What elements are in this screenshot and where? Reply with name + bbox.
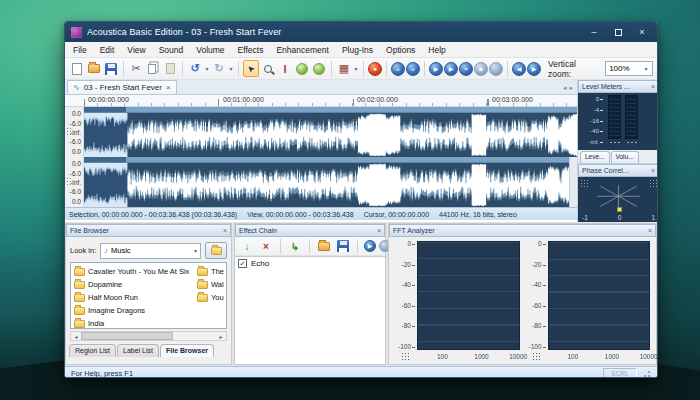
forward-button[interactable]: ▶ <box>527 62 541 76</box>
tab-file-browser[interactable]: File Browser <box>160 344 214 357</box>
effect-list[interactable]: ✓ Echo <box>235 256 385 364</box>
maximize-button[interactable] <box>607 24 629 40</box>
cut-button[interactable]: ✂ <box>128 60 144 77</box>
save-icon <box>337 240 349 252</box>
menu-file[interactable]: File <box>73 45 87 55</box>
paste-button[interactable] <box>162 60 178 77</box>
menu-edit[interactable]: Edit <box>100 45 115 55</box>
scrollbar-track[interactable] <box>81 332 216 340</box>
scroll-left-icon[interactable]: ◂ <box>71 333 81 340</box>
menu-effects[interactable]: Effects <box>238 45 264 55</box>
minimize-button[interactable]: – <box>583 24 605 40</box>
horizontal-scrollbar[interactable]: ◂ ▸ <box>70 331 227 341</box>
tab-document[interactable]: ∿ 03 - Fresh Start Fever × <box>67 80 177 94</box>
menu-view[interactable]: View <box>127 45 145 55</box>
close-button[interactable]: × <box>631 24 653 40</box>
play-selection-button[interactable]: ▶ <box>444 62 458 76</box>
open-file-button[interactable] <box>86 60 102 77</box>
magnifier-icon <box>264 65 272 73</box>
level-meters-titlebar[interactable]: Level Meters ... × <box>578 80 658 93</box>
menu-sound[interactable]: Sound <box>159 45 184 55</box>
zoom-in-button[interactable] <box>294 60 310 77</box>
record-button[interactable]: ● <box>368 62 382 76</box>
channel-left[interactable]: 0.0 -6.0 -inf. -6.0 0.0 <box>65 107 577 157</box>
menu-help[interactable]: Help <box>428 45 445 55</box>
tab-level-meters[interactable]: Leve... <box>580 151 610 163</box>
scroll-right-icon[interactable]: ▸ <box>216 333 226 340</box>
scrub-tool-button[interactable]: I <box>277 60 293 77</box>
loop-button[interactable] <box>489 62 503 76</box>
resize-grip[interactable] <box>641 368 651 378</box>
menu-plugins[interactable]: Plug-Ins <box>342 45 373 55</box>
redo-dropdown[interactable]: ▾ <box>228 65 234 72</box>
load-chain-button[interactable] <box>316 238 332 255</box>
view-dropdown[interactable]: ▾ <box>353 65 359 72</box>
phase-correlation-titlebar[interactable]: Phase Correl... × <box>578 164 658 177</box>
goto-start-button[interactable]: « <box>391 62 405 76</box>
menu-volume[interactable]: Volume <box>196 45 224 55</box>
delete-effect-button[interactable]: × <box>258 238 274 255</box>
fft-analyzer-titlebar[interactable]: FFT Analyzer × <box>389 224 656 237</box>
play-button[interactable]: ▶ <box>429 62 443 76</box>
file-browser-titlebar[interactable]: File Browser × <box>66 224 231 237</box>
tab-label-list[interactable]: Label List <box>117 344 159 357</box>
list-item[interactable]: Half Moon Run <box>74 291 194 304</box>
tab-region-list[interactable]: Region List <box>69 344 116 357</box>
redo-button[interactable]: ↻ <box>211 60 227 77</box>
phase-scale-label: 0 <box>618 214 622 221</box>
editor-scrollbar[interactable] <box>569 157 577 207</box>
db-scale-gutter: 0.0 -6.0 -inf. -6.0 0.0 <box>65 107 84 157</box>
list-item[interactable]: Imagine Dragons <box>74 304 194 317</box>
toolbar-separator <box>363 61 364 76</box>
list-item[interactable]: Cavalier Youth - You Me At Six <box>74 265 194 278</box>
close-icon[interactable]: × <box>648 227 652 234</box>
tab-scroll-left-icon[interactable]: ◂ <box>563 84 567 92</box>
fft-y-label: -80 <box>402 323 415 329</box>
menu-options[interactable]: Options <box>386 45 415 55</box>
goto-end-button[interactable]: » <box>406 62 420 76</box>
channel-right[interactable]: 0.0 -6.0 -inf. -6.0 0.0 <box>65 157 577 207</box>
rewind-button[interactable]: ◀ <box>512 62 526 76</box>
list-item[interactable]: Dopamine <box>74 278 194 291</box>
list-item[interactable]: India <box>74 317 194 329</box>
zoom-tool-button[interactable] <box>260 60 276 77</box>
selection-tool-button[interactable]: ➤ <box>243 60 259 77</box>
tab-scroll-right-icon[interactable]: ▸ <box>569 84 573 92</box>
pause-button[interactable]: = <box>459 62 473 76</box>
replace-effect-button[interactable]: ↳ <box>287 238 303 255</box>
add-effect-button[interactable]: ↓ <box>239 238 255 255</box>
look-in-select[interactable]: ♪ Music ▾ <box>100 243 201 259</box>
list-item[interactable]: You <box>197 291 226 304</box>
preview-play-button[interactable]: ▶ <box>364 240 376 252</box>
close-icon[interactable]: × <box>651 83 655 90</box>
undo-dropdown[interactable]: ▾ <box>204 65 210 72</box>
copy-button[interactable] <box>145 60 161 77</box>
undo-button[interactable]: ↺ <box>187 60 203 77</box>
effect-chain-titlebar[interactable]: Effect Chain × <box>235 224 385 237</box>
zoom-out-button[interactable] <box>311 60 327 77</box>
save-icon <box>105 63 117 75</box>
close-icon[interactable]: × <box>377 227 381 234</box>
list-item[interactable]: Wal <box>197 278 226 291</box>
close-icon[interactable]: × <box>651 167 655 174</box>
timeline-ruler[interactable]: 00:00:00.000 00:01:00.000 00:02:00.000 0… <box>65 95 577 107</box>
save-button[interactable] <box>103 60 119 77</box>
spectrum-view-button[interactable]: ▦ <box>336 60 352 77</box>
tab-volume[interactable]: Volu... <box>611 151 639 163</box>
list-item[interactable]: The <box>197 265 226 278</box>
stop-button[interactable]: ■ <box>474 62 488 76</box>
save-chain-button[interactable] <box>335 238 351 255</box>
tab-close-icon[interactable]: × <box>166 83 171 92</box>
effect-checkbox[interactable]: ✓ <box>238 259 247 268</box>
menu-enhancement[interactable]: Enhancement <box>276 45 328 55</box>
waveform-canvas-right[interactable] <box>84 163 577 207</box>
scrollbar-thumb[interactable] <box>81 332 173 340</box>
folder-up-button[interactable] <box>205 242 227 259</box>
vertical-zoom-select[interactable]: 100% ▾ <box>605 61 653 76</box>
effect-item[interactable]: ✓ Echo <box>238 259 382 268</box>
folder-list[interactable]: Cavalier Youth - You Me At Six Dopamine … <box>70 262 227 329</box>
close-icon[interactable]: × <box>223 227 227 234</box>
waveform-canvas-left[interactable] <box>84 113 577 157</box>
help-hint: For Help, press F1 <box>71 369 603 378</box>
new-file-button[interactable] <box>69 60 85 77</box>
